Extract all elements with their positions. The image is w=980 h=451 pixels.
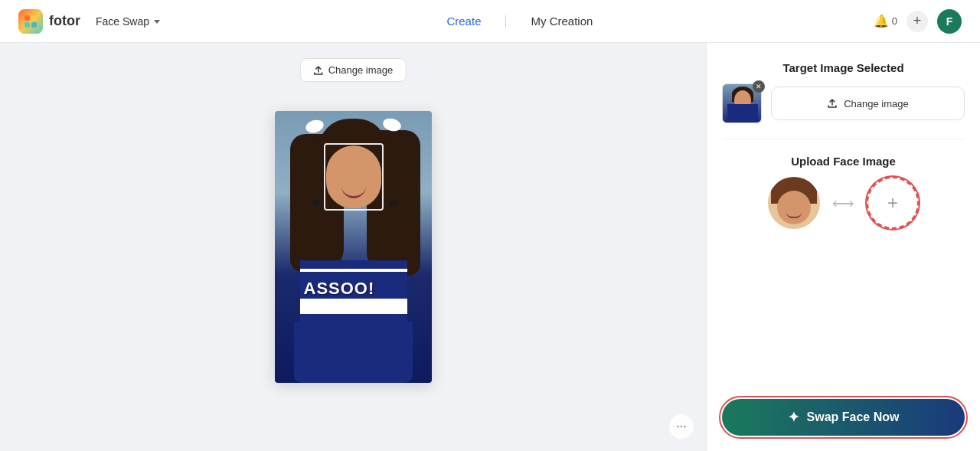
svg-rect-0 bbox=[24, 15, 30, 21]
skirt bbox=[294, 322, 413, 383]
nav-divider bbox=[505, 15, 506, 28]
nav-my-creation[interactable]: My Creation bbox=[531, 15, 593, 28]
notification-button[interactable]: 🔔 0 bbox=[874, 14, 897, 28]
more-options-button[interactable]: ··· bbox=[669, 414, 694, 439]
plus-icon: + bbox=[887, 192, 898, 214]
notification-count: 0 bbox=[892, 15, 897, 27]
uniform-stripe bbox=[300, 269, 407, 272]
thumb-uniform bbox=[727, 104, 758, 123]
upload-section-title: Upload Face Image bbox=[722, 155, 965, 168]
upload-section: Upload Face Image ⟷ + bbox=[722, 155, 965, 384]
delete-thumbnail-button[interactable]: ✕ bbox=[753, 80, 765, 93]
swap-face-icon: ✦ bbox=[788, 409, 799, 426]
face-swap-button[interactable]: Face Swap bbox=[90, 12, 166, 31]
face-selection-box bbox=[324, 143, 384, 211]
nav-create[interactable]: Create bbox=[446, 15, 481, 28]
swap-face-button[interactable]: ✦ Swap Face Now bbox=[722, 399, 965, 436]
source-face-skin bbox=[777, 191, 811, 224]
svg-rect-3 bbox=[31, 22, 37, 28]
target-section: Target Image Selected ✕ bbox=[722, 61, 965, 139]
target-row: ✕ Change image bbox=[722, 83, 965, 123]
left-panel: Change image bbox=[0, 43, 706, 451]
chevron-down-icon bbox=[154, 20, 160, 24]
avatar[interactable]: F bbox=[937, 9, 962, 34]
header-left: fotor Face Swap bbox=[18, 9, 166, 34]
eye-left bbox=[389, 201, 398, 206]
eye-right bbox=[312, 201, 322, 206]
uniform-waist bbox=[300, 299, 407, 314]
fotor-logo-icon bbox=[18, 9, 43, 34]
face-swap-label: Face Swap bbox=[96, 15, 149, 28]
add-button[interactable]: + bbox=[906, 11, 928, 32]
change-image-right-button[interactable]: Change image bbox=[771, 87, 965, 120]
header: fotor Face Swap Create My Creation 🔔 0 +… bbox=[0, 0, 980, 43]
fotor-logo[interactable]: fotor bbox=[18, 9, 80, 34]
target-section-title: Target Image Selected bbox=[722, 61, 965, 74]
upload-row: ⟷ + bbox=[722, 177, 965, 229]
uniform-text: ASSOO! bbox=[304, 279, 375, 299]
cheerleader-image: ASSOO! bbox=[275, 111, 432, 383]
right-panel: Target Image Selected ✕ bbox=[706, 43, 980, 451]
svg-rect-2 bbox=[24, 22, 30, 28]
header-nav: Create My Creation bbox=[166, 15, 874, 28]
change-image-button[interactable]: Change image bbox=[300, 58, 407, 82]
svg-rect-1 bbox=[31, 15, 37, 21]
upload-icon bbox=[313, 65, 324, 76]
main: Change image bbox=[0, 43, 980, 451]
header-right: 🔔 0 + F bbox=[874, 9, 962, 34]
change-image-right-label: Change image bbox=[844, 98, 909, 109]
source-face-circle bbox=[768, 177, 820, 229]
swap-face-label: Swap Face Now bbox=[807, 410, 900, 424]
change-image-label: Change image bbox=[328, 64, 394, 76]
more-options-icon: ··· bbox=[676, 420, 686, 433]
arrow-icon: ⟷ bbox=[832, 194, 854, 212]
main-image: ASSOO! bbox=[275, 111, 432, 383]
target-thumbnail-wrap: ✕ bbox=[722, 83, 762, 123]
upload-icon-right bbox=[827, 98, 838, 109]
bell-icon: 🔔 bbox=[874, 14, 889, 28]
upload-face-button[interactable]: + bbox=[867, 177, 919, 229]
hair-bow-left bbox=[304, 118, 325, 135]
swap-button-wrapper: ✦ Swap Face Now bbox=[722, 399, 965, 436]
fotor-logo-text: fotor bbox=[49, 13, 80, 29]
